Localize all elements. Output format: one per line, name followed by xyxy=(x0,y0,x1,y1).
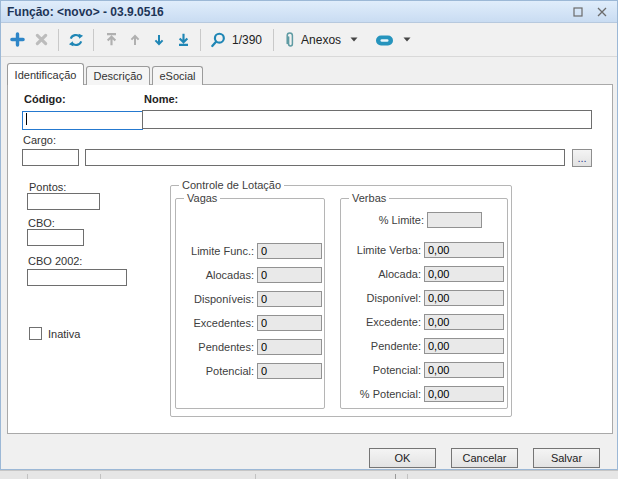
toolbar-separator xyxy=(58,29,59,51)
field-label: % Potencial: xyxy=(341,388,421,400)
cargo-label: Cargo: xyxy=(23,134,56,146)
close-button[interactable] xyxy=(593,4,611,20)
print-button[interactable] xyxy=(370,27,419,53)
inativa-checkbox[interactable] xyxy=(29,327,42,340)
cancel-button[interactable]: Cancelar xyxy=(451,448,518,468)
delete-x-icon xyxy=(35,33,48,46)
disponivel-input xyxy=(424,290,504,306)
refresh-button[interactable] xyxy=(64,27,88,53)
verbas-group: Verbas % Limite: Limite Verba: Alocada: xyxy=(340,198,508,409)
maximize-button[interactable] xyxy=(569,4,587,20)
cargo-name-input[interactable] xyxy=(85,149,565,166)
field-label: Pendentes: xyxy=(176,341,254,353)
field-label: Alocada: xyxy=(341,268,421,280)
vagas-row: Excedentes: xyxy=(176,315,324,331)
background-grid-line xyxy=(255,474,256,479)
titlebar: Função: <novo> - 03.9.0516 xyxy=(1,1,617,23)
verbas-row: % Limite: xyxy=(341,212,482,228)
field-label: Disponível: xyxy=(341,292,421,304)
last-record-button[interactable] xyxy=(171,27,195,53)
background-grid-line xyxy=(407,474,408,479)
verbas-row: Pendente: xyxy=(341,338,507,354)
vagas-row: Pendentes: xyxy=(176,339,324,355)
arrow-up-icon xyxy=(128,33,142,47)
verbas-row: Alocada: xyxy=(341,266,507,282)
limite-pct-input xyxy=(427,212,482,228)
vagas-row: Limite Func.: xyxy=(176,243,324,259)
controle-lotacao-group: Controle de Lotação Vagas Limite Func.: … xyxy=(170,185,512,417)
ok-button[interactable]: OK xyxy=(369,448,436,468)
limite-func-input xyxy=(257,243,322,259)
close-icon xyxy=(597,7,607,17)
search-icon xyxy=(210,32,226,48)
background-grid-line xyxy=(27,474,28,479)
field-label: Potencial: xyxy=(176,365,254,377)
tab-descricao[interactable]: Descrição xyxy=(86,66,150,85)
verbas-row: Potencial: xyxy=(341,362,507,378)
potencial-pct-input xyxy=(424,386,504,402)
cargo-code-input[interactable] xyxy=(22,149,79,166)
background-grid-line xyxy=(100,474,101,479)
codigo-label: Código: xyxy=(24,93,66,105)
anexos-label: Anexos xyxy=(301,33,341,47)
field-label: % Limite: xyxy=(341,214,424,226)
alocada-input xyxy=(424,266,504,282)
maximize-icon xyxy=(573,7,583,17)
pendentes-input xyxy=(257,339,322,355)
toolbar: 1/390 Anexos xyxy=(1,23,617,57)
verbas-row: Limite Verba: xyxy=(341,242,507,258)
search-button[interactable] xyxy=(206,27,230,53)
arrow-down-icon xyxy=(152,33,166,47)
vagas-group: Vagas Limite Func.: Alocadas: Disponívei… xyxy=(175,198,325,409)
potencial-vagas-input xyxy=(257,363,322,379)
vagas-row: Potencial: xyxy=(176,363,324,379)
previous-record-button[interactable] xyxy=(123,27,147,53)
pontos-label: Pontos: xyxy=(29,181,66,193)
arrow-up-bar-icon xyxy=(104,32,119,47)
toolbar-separator xyxy=(200,29,201,51)
plus-icon xyxy=(10,32,25,47)
field-label: Pendente: xyxy=(341,340,421,352)
limite-verba-input xyxy=(424,242,504,258)
field-label: Excedente: xyxy=(341,316,421,328)
nome-label: Nome: xyxy=(144,93,178,105)
excedentes-input xyxy=(257,315,322,331)
record-counter: 1/390 xyxy=(232,33,262,47)
identificacao-panel: Código: Nome: Cargo: ... Pontos: CBO: CB… xyxy=(7,84,613,434)
cbo-input[interactable] xyxy=(27,229,84,246)
pontos-input[interactable] xyxy=(27,193,100,210)
text-cursor xyxy=(26,113,27,125)
controle-lotacao-title: Controle de Lotação xyxy=(179,179,284,191)
first-record-button[interactable] xyxy=(99,27,123,53)
cargo-browse-button[interactable]: ... xyxy=(572,149,592,167)
funcao-dialog: Função: <novo> - 03.9.0516 xyxy=(0,0,618,470)
refresh-icon xyxy=(68,32,84,48)
field-label: Alocadas: xyxy=(176,269,254,281)
paperclip-icon xyxy=(284,31,296,49)
nome-input[interactable] xyxy=(142,110,592,129)
add-record-button[interactable] xyxy=(5,27,29,53)
cbo2002-label: CBO 2002: xyxy=(28,255,82,267)
verbas-row: % Potencial: xyxy=(341,386,507,402)
printer-icon xyxy=(375,33,394,47)
tab-esocial[interactable]: eSocial xyxy=(152,66,203,85)
vagas-row: Disponíveis: xyxy=(176,291,324,307)
verbas-row: Disponível: xyxy=(341,290,507,306)
codigo-input[interactable] xyxy=(22,111,143,130)
field-label: Potencial: xyxy=(341,364,421,376)
alocadas-input xyxy=(257,267,322,283)
field-label: Limite Func.: xyxy=(176,245,254,257)
field-label: Limite Verba: xyxy=(341,244,421,256)
next-record-button[interactable] xyxy=(147,27,171,53)
toolbar-separator xyxy=(93,29,94,51)
vagas-title: Vagas xyxy=(184,192,220,204)
tab-identificacao[interactable]: Identificação xyxy=(7,63,84,85)
cbo2002-input[interactable] xyxy=(27,269,127,286)
cbo-label: CBO: xyxy=(28,217,55,229)
vagas-row: Alocadas: xyxy=(176,267,324,283)
tab-strip: Identificação Descrição eSocial xyxy=(7,63,203,85)
anexos-button[interactable]: Anexos xyxy=(279,27,366,53)
background-window-strip xyxy=(0,470,618,479)
delete-record-button[interactable] xyxy=(29,27,53,53)
save-button[interactable]: Salvar xyxy=(533,448,600,468)
